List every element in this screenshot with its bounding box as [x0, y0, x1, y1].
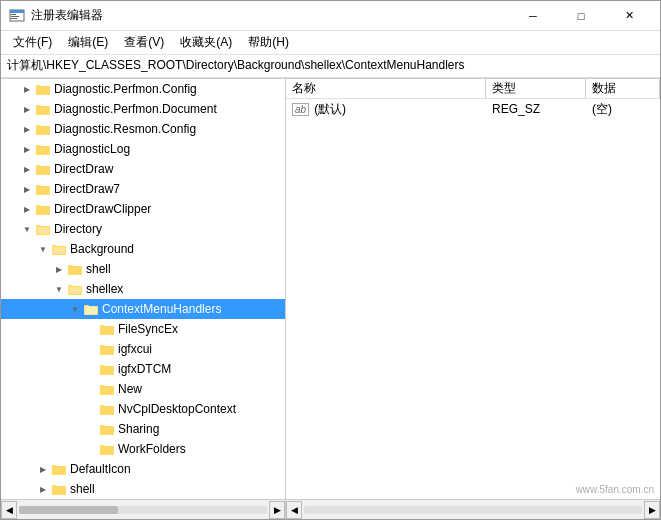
expander-icon[interactable] — [35, 241, 51, 257]
menu-help[interactable]: 帮助(H) — [240, 32, 297, 53]
tree-item-diagnostic-config[interactable]: Diagnostic.Perfmon.Config — [1, 79, 285, 99]
svg-rect-14 — [36, 165, 41, 167]
svg-rect-42 — [100, 405, 105, 407]
expander-icon[interactable] — [51, 281, 67, 297]
expander-icon[interactable] — [67, 301, 83, 317]
tree-item-igfxdtcm[interactable]: igfxDTCM — [1, 359, 285, 379]
address-path: 计算机\HKEY_CLASSES_ROOT\Directory\Backgrou… — [7, 57, 465, 74]
folder-open-icon — [35, 221, 51, 237]
tree-label: Diagnostic.Perfmon.Document — [54, 102, 217, 116]
expander-icon[interactable] — [19, 181, 35, 197]
folder-icon — [99, 421, 115, 437]
menubar: 文件(F) 编辑(E) 查看(V) 收藏夹(A) 帮助(H) — [1, 31, 660, 55]
tree-item-diagnostic-doc[interactable]: Diagnostic.Perfmon.Document — [1, 99, 285, 119]
menu-favorites[interactable]: 收藏夹(A) — [172, 32, 240, 53]
svg-rect-34 — [100, 325, 105, 327]
tree-item-directdraw7[interactable]: DirectDraw7 — [1, 179, 285, 199]
svg-rect-43 — [100, 426, 114, 435]
tree-label: WorkFolders — [118, 442, 186, 456]
tree-label: shell — [70, 482, 95, 496]
expander-icon[interactable] — [19, 161, 35, 177]
right-scroll-left-button[interactable]: ◀ — [286, 501, 302, 519]
svg-rect-11 — [36, 146, 50, 155]
folder-icon — [35, 181, 51, 197]
svg-rect-38 — [100, 365, 105, 367]
tree-item-directdrawclipper[interactable]: DirectDrawClipper — [1, 199, 285, 219]
expander-icon[interactable] — [19, 141, 35, 157]
minimize-button[interactable]: ─ — [510, 1, 556, 31]
svg-rect-16 — [36, 185, 41, 187]
folder-icon — [51, 461, 67, 477]
registry-tree[interactable]: Diagnostic.Perfmon.Config Diagnostic.Per… — [1, 79, 286, 499]
tree-label: DiagnosticLog — [54, 142, 130, 156]
svg-rect-13 — [36, 166, 50, 175]
svg-rect-35 — [100, 346, 114, 355]
expander-icon[interactable] — [19, 201, 35, 217]
tree-label: DirectDraw — [54, 162, 113, 176]
folder-icon — [99, 381, 115, 397]
right-scroll-right-button[interactable]: ▶ — [644, 501, 660, 519]
svg-rect-41 — [100, 406, 114, 415]
scroll-right-button[interactable]: ▶ — [269, 501, 285, 519]
svg-rect-29 — [69, 287, 81, 294]
tree-item-diagnosticlog[interactable]: DiagnosticLog — [1, 139, 285, 159]
registry-values-list[interactable]: ab (默认) REG_SZ (空) — [286, 99, 660, 499]
tree-label: FileSyncEx — [118, 322, 178, 336]
reg-name-value: (默认) — [314, 101, 346, 118]
close-button[interactable]: ✕ — [606, 1, 652, 31]
svg-rect-3 — [11, 16, 19, 17]
col-header-type: 类型 — [486, 79, 586, 98]
tree-item-diagnostic-resmon[interactable]: Diagnostic.Resmon.Config — [1, 119, 285, 139]
menu-edit[interactable]: 编辑(E) — [60, 32, 116, 53]
registry-values-panel: 名称 类型 数据 ab (默认) REG_SZ (空) — [286, 79, 660, 499]
svg-rect-33 — [100, 326, 114, 335]
scroll-left-button[interactable]: ◀ — [1, 501, 17, 519]
window-frame: 注册表编辑器 ─ □ ✕ 文件(F) 编辑(E) 查看(V) 收藏夹(A) 帮助… — [0, 0, 661, 520]
tree-item-directdraw[interactable]: DirectDraw — [1, 159, 285, 179]
ab-icon: ab — [292, 103, 309, 116]
svg-rect-48 — [52, 465, 57, 467]
tree-item-shell2[interactable]: shell — [1, 479, 285, 499]
maximize-button[interactable]: □ — [558, 1, 604, 31]
tree-item-shell[interactable]: shell — [1, 259, 285, 279]
tree-item-sharing[interactable]: Sharing — [1, 419, 285, 439]
tree-item-defaulticon[interactable]: DefaultIcon — [1, 459, 285, 479]
expander-icon[interactable] — [19, 81, 35, 97]
svg-rect-12 — [36, 145, 41, 147]
hscrollbar-thumb[interactable] — [19, 506, 118, 514]
tree-item-background[interactable]: Background — [1, 239, 285, 259]
tree-item-workfolders[interactable]: WorkFolders — [1, 439, 285, 459]
expander-icon[interactable] — [19, 221, 35, 237]
svg-rect-32 — [85, 307, 97, 314]
svg-rect-47 — [52, 466, 66, 475]
svg-rect-45 — [100, 446, 114, 455]
right-hscrollbar-track — [304, 506, 642, 514]
svg-rect-9 — [36, 126, 50, 135]
tree-label: igfxDTCM — [118, 362, 171, 376]
tree-label: NvCplDesktopContext — [118, 402, 236, 416]
reg-data-cell: (空) — [586, 99, 660, 120]
svg-rect-20 — [36, 225, 41, 227]
svg-rect-50 — [52, 485, 57, 487]
menu-file[interactable]: 文件(F) — [5, 32, 60, 53]
expander-icon[interactable] — [35, 461, 51, 477]
registry-row-default[interactable]: ab (默认) REG_SZ (空) — [286, 99, 660, 119]
tree-label: igfxcui — [118, 342, 152, 356]
tree-item-shellex[interactable]: shellex — [1, 279, 285, 299]
folder-open-icon — [83, 301, 99, 317]
tree-item-new[interactable]: New — [1, 379, 285, 399]
svg-rect-23 — [52, 245, 57, 247]
tree-item-filesyncex[interactable]: FileSyncEx — [1, 319, 285, 339]
svg-rect-17 — [36, 206, 50, 215]
folder-icon — [67, 261, 83, 277]
tree-item-directory[interactable]: Directory — [1, 219, 285, 239]
tree-item-nvcpl[interactable]: NvCplDesktopContext — [1, 399, 285, 419]
expander-icon[interactable] — [19, 101, 35, 117]
svg-rect-18 — [36, 205, 41, 207]
expander-icon[interactable] — [51, 261, 67, 277]
menu-view[interactable]: 查看(V) — [116, 32, 172, 53]
tree-item-igfxcui[interactable]: igfxcui — [1, 339, 285, 359]
tree-item-contextmenuhandlers[interactable]: ContextMenuHandlers — [1, 299, 285, 319]
expander-icon[interactable] — [35, 481, 51, 497]
expander-icon[interactable] — [19, 121, 35, 137]
